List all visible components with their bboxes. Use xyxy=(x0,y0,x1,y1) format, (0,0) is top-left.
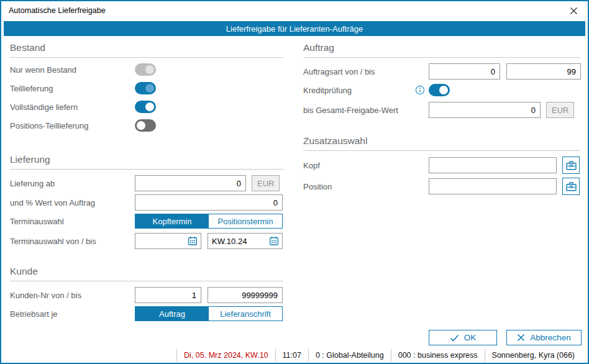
label-zusatz-kopf: Kopf xyxy=(303,161,429,170)
section-title-lieferung: Lieferung xyxy=(10,154,283,170)
toggle-vollstaendige-liefern[interactable] xyxy=(135,101,156,113)
zusatz-position-input[interactable] xyxy=(429,178,557,194)
briefcase-icon xyxy=(565,181,577,193)
dialog-automatische-lieferfreigabe: Automatische Lieferfreigabe Lieferfreiga… xyxy=(0,0,589,364)
label-nur-wenn-bestand: Nur wenn Bestand xyxy=(10,65,135,75)
section-lieferung: Lieferung Lieferung ab EUR und % Wert vo… xyxy=(10,154,283,249)
toggle-positions-teillieferung[interactable] xyxy=(135,119,156,132)
terminauswahl-segment: Kopftermin Positionstermin xyxy=(135,214,283,229)
row-kreditpruefung: Kreditprüfung xyxy=(303,84,580,96)
statusbar-time: 11:07 xyxy=(275,349,308,362)
label-vollstaendige-liefern: Vollständige liefern xyxy=(10,102,135,112)
row-kunden-nr: Kunden-Nr von / bis xyxy=(10,287,283,303)
row-betriebsart: Betriebsart je Auftrag Lieferanschrift xyxy=(10,306,283,321)
lieferung-ab-currency: EUR xyxy=(252,175,280,191)
row-prozent-wert: und % Wert von Auftrag xyxy=(10,194,283,211)
termin-von-calendar-button[interactable] xyxy=(188,236,198,246)
label-auftragsart: Auftragsart von / bis xyxy=(303,67,429,76)
termin-bis-field xyxy=(208,233,283,249)
statusbar: Di, 05. Mrz 2024, KW.10 11:07 0 : Global… xyxy=(1,347,588,363)
kunden-nr-bis-input[interactable] xyxy=(208,287,283,303)
zusatz-kopf-selection-button[interactable] xyxy=(562,157,580,174)
section-kunde: Kunde Kunden-Nr von / bis Betriebsart je… xyxy=(10,266,283,321)
label-lieferung-ab: Lieferung ab xyxy=(10,179,135,188)
termin-von-input[interactable] xyxy=(135,237,188,246)
row-vollstaendige-liefern: Vollständige liefern xyxy=(10,101,283,113)
label-zusatz-position: Position xyxy=(303,182,429,191)
cancel-button-label: Abbrechen xyxy=(530,333,570,342)
zusatz-position-selection-button[interactable] xyxy=(562,178,580,195)
termin-bis-input[interactable] xyxy=(208,237,269,246)
label-kreditpruefung: Kreditprüfung xyxy=(303,86,352,95)
label-betriebsart: Betriebsart je xyxy=(10,309,135,319)
section-title-kunde: Kunde xyxy=(10,266,283,281)
row-terminauswahl-von-bis: Terminauswahl von / bis xyxy=(10,233,283,249)
dialog-header-banner: Lieferfreigabe für Lieferanten-Aufträge xyxy=(4,21,585,36)
betriebsart-option-auftrag[interactable]: Auftrag xyxy=(135,307,209,321)
ok-button-label: OK xyxy=(464,333,477,342)
statusbar-company: 000 : business express xyxy=(391,349,485,362)
kunden-nr-von-input[interactable] xyxy=(135,287,201,303)
window-title: Automatische Lieferfreigabe xyxy=(9,6,106,15)
close-button[interactable] xyxy=(560,1,588,20)
section-bestand: Bestand Nur wenn Bestand Teillieferung V… xyxy=(10,42,283,132)
zusatz-kopf-input[interactable] xyxy=(429,157,557,173)
section-zusatzauswahl: Zusatzauswahl Kopf Position xyxy=(303,135,580,195)
betriebsart-segment: Auftrag Lieferanschrift xyxy=(135,306,283,321)
label-terminauswahl-von-bis: Terminauswahl von / bis xyxy=(10,237,135,246)
section-auftrag: Auftrag Auftragsart von / bis Kreditprüf… xyxy=(303,42,580,118)
betriebsart-option-lieferanschrift[interactable]: Lieferanschrift xyxy=(209,307,282,321)
close-icon xyxy=(570,7,578,15)
toggle-nur-wenn-bestand[interactable] xyxy=(135,63,156,76)
section-title-zusatzauswahl: Zusatzauswahl xyxy=(303,135,580,151)
freigabe-wert-input[interactable] xyxy=(429,102,541,118)
ok-button[interactable]: OK xyxy=(429,330,497,345)
toggle-teillieferung[interactable] xyxy=(135,82,156,94)
auftragsart-von-input[interactable] xyxy=(429,63,500,80)
statusbar-user: Sonnenberg, Kyra (066) xyxy=(485,349,582,362)
statusbar-date: Di, 05. Mrz 2024, KW.10 xyxy=(176,349,275,362)
terminauswahl-option-kopftermin[interactable]: Kopftermin xyxy=(135,214,209,228)
calendar-icon xyxy=(188,236,198,246)
freigabe-wert-currency: EUR xyxy=(546,102,574,118)
label-kunden-nr: Kunden-Nr von / bis xyxy=(10,291,135,300)
cancel-button[interactable]: Abbrechen xyxy=(506,330,582,345)
titlebar: Automatische Lieferfreigabe xyxy=(1,1,588,21)
label-freigabe-wert: bis Gesamt-Freigabe-Wert xyxy=(303,106,429,115)
lieferung-ab-input[interactable] xyxy=(135,175,246,191)
prozent-wert-input[interactable] xyxy=(135,194,283,211)
row-terminauswahl: Terminauswahl Kopftermin Positionstermin xyxy=(10,214,283,229)
row-zusatz-position: Position xyxy=(303,178,580,195)
info-icon xyxy=(415,85,425,95)
label-kreditpruefung-cell: Kreditprüfung xyxy=(303,85,429,95)
statusbar-department: 0 : Global-Abteilung xyxy=(308,349,391,362)
termin-von-field xyxy=(135,233,201,249)
row-auftragsart: Auftragsart von / bis xyxy=(303,63,580,80)
label-prozent-wert: und % Wert von Auftrag xyxy=(10,198,135,207)
section-title-bestand: Bestand xyxy=(10,42,283,58)
toggle-kreditpruefung[interactable] xyxy=(429,84,450,96)
section-title-auftrag: Auftrag xyxy=(303,42,580,58)
row-freigabe-wert: bis Gesamt-Freigabe-Wert EUR xyxy=(303,102,580,118)
row-positions-teillieferung: Positions-Teillieferung xyxy=(10,119,283,132)
label-positions-teillieferung: Positions-Teillieferung xyxy=(10,121,135,130)
row-nur-wenn-bestand: Nur wenn Bestand xyxy=(10,63,283,76)
termin-bis-calendar-button[interactable] xyxy=(269,236,279,246)
check-icon xyxy=(450,334,459,342)
row-zusatz-kopf: Kopf xyxy=(303,157,580,174)
label-terminauswahl: Terminauswahl xyxy=(10,217,135,226)
auftragsart-bis-input[interactable] xyxy=(506,63,581,80)
banner-title: Lieferfreigabe für Lieferanten-Aufträge xyxy=(226,24,363,34)
x-icon xyxy=(517,334,525,342)
briefcase-icon xyxy=(565,160,577,171)
terminauswahl-option-positionstermin[interactable]: Positionstermin xyxy=(209,214,282,228)
row-teillieferung: Teillieferung xyxy=(10,82,283,94)
row-lieferung-ab: Lieferung ab EUR xyxy=(10,175,283,191)
label-teillieferung: Teillieferung xyxy=(10,84,135,93)
calendar-icon xyxy=(269,236,279,246)
